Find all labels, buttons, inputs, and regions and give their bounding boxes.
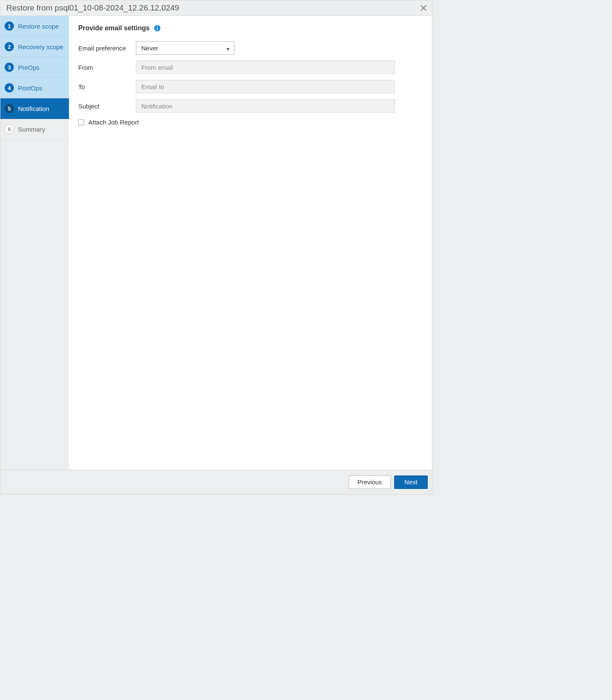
email-preference-select[interactable]: Never bbox=[136, 41, 234, 55]
close-icon bbox=[420, 5, 427, 11]
step-number: 4 bbox=[5, 83, 14, 92]
close-button[interactable] bbox=[419, 3, 429, 13]
email-preference-value: Never bbox=[141, 45, 158, 52]
chevron-down-icon bbox=[226, 45, 230, 52]
control-to bbox=[136, 80, 423, 93]
row-from: From bbox=[78, 61, 423, 74]
step-recovery-scope[interactable]: 2 Recovery scope bbox=[0, 37, 69, 57]
label-attach-job-report: Attach Job Report bbox=[88, 119, 139, 126]
next-button[interactable]: Next bbox=[394, 475, 428, 489]
step-label: PostOps bbox=[18, 85, 65, 92]
step-restore-scope[interactable]: 1 Restore scope bbox=[0, 16, 69, 37]
wizard-footer: Previous Next bbox=[0, 470, 432, 494]
step-label: Recovery scope bbox=[18, 43, 65, 50]
step-preops[interactable]: 3 PreOps bbox=[0, 57, 69, 78]
label-email-preference: Email preference bbox=[78, 45, 136, 52]
step-number: 6 bbox=[5, 124, 14, 134]
step-label: Notification bbox=[18, 105, 65, 112]
step-label: Summary bbox=[18, 126, 65, 133]
control-from bbox=[136, 61, 423, 74]
subject-input[interactable] bbox=[136, 99, 395, 113]
step-label: Restore scope bbox=[18, 23, 65, 30]
step-label: PreOps bbox=[18, 64, 65, 71]
info-button[interactable] bbox=[154, 25, 161, 32]
info-icon bbox=[154, 25, 161, 32]
row-to: To bbox=[78, 80, 423, 93]
to-email-input[interactable] bbox=[136, 80, 395, 93]
svg-point-4 bbox=[157, 26, 158, 27]
row-subject: Subject bbox=[78, 99, 423, 113]
step-number: 5 bbox=[5, 104, 14, 113]
step-postops[interactable]: 4 PostOps bbox=[0, 78, 69, 98]
svg-rect-3 bbox=[157, 28, 158, 30]
row-email-preference: Email preference Never bbox=[78, 41, 423, 55]
label-from: From bbox=[78, 64, 136, 71]
step-summary[interactable]: 6 Summary bbox=[0, 119, 69, 140]
section-heading: Provide email settings bbox=[78, 24, 150, 32]
titlebar: Restore from psql01_10-08-2024_12.26.12.… bbox=[0, 0, 432, 16]
control-subject bbox=[136, 99, 423, 113]
step-number: 3 bbox=[5, 63, 14, 72]
from-email-input[interactable] bbox=[136, 61, 395, 74]
wizard-body: 1 Restore scope 2 Recovery scope 3 PreOp… bbox=[0, 16, 432, 470]
step-notification[interactable]: 5 Notification bbox=[0, 98, 69, 119]
previous-button[interactable]: Previous bbox=[349, 475, 391, 489]
restore-wizard-window: Restore from psql01_10-08-2024_12.26.12.… bbox=[0, 0, 432, 494]
wizard-sidebar: 1 Restore scope 2 Recovery scope 3 PreOp… bbox=[0, 16, 69, 470]
label-subject: Subject bbox=[78, 103, 136, 110]
window-title: Restore from psql01_10-08-2024_12.26.12.… bbox=[6, 3, 179, 13]
step-number: 2 bbox=[5, 42, 14, 51]
control-email-preference: Never bbox=[136, 41, 423, 55]
wizard-content: Provide email settings Email preference … bbox=[69, 16, 432, 470]
step-number: 1 bbox=[5, 21, 14, 31]
attach-job-report-checkbox[interactable] bbox=[78, 119, 84, 125]
row-attach-job-report: Attach Job Report bbox=[78, 119, 423, 126]
section-heading-row: Provide email settings bbox=[78, 24, 423, 32]
label-to: To bbox=[78, 83, 136, 90]
